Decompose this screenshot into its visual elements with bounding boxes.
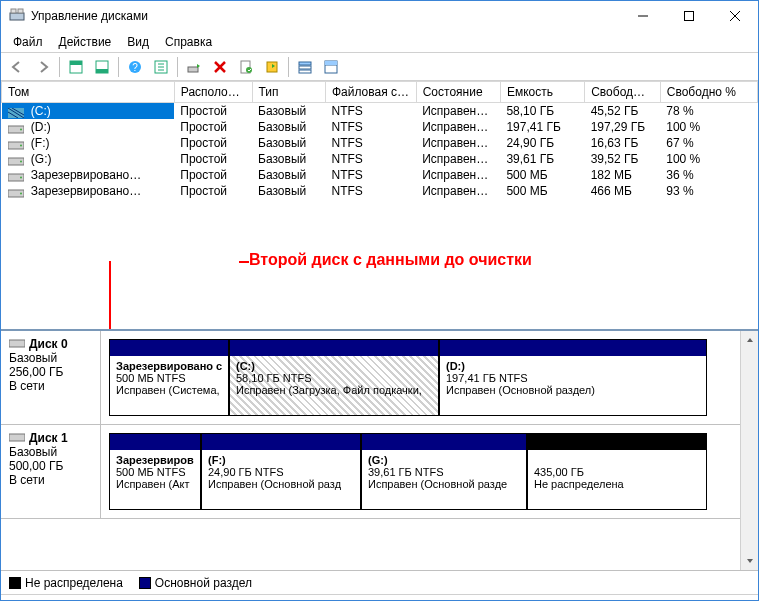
svg-rect-24 bbox=[299, 66, 311, 69]
table-row[interactable]: (G:)ПростойБазовыйNTFSИсправен…39,61 ГБ3… bbox=[2, 151, 758, 167]
cell: (C:) bbox=[2, 103, 175, 120]
maximize-button[interactable] bbox=[666, 1, 712, 31]
table-row[interactable]: (F:)ПростойБазовыйNTFSИсправен…24,90 ГБ1… bbox=[2, 135, 758, 151]
svg-point-42 bbox=[20, 192, 22, 194]
scroll-down-icon[interactable] bbox=[741, 552, 758, 570]
close-button[interactable] bbox=[712, 1, 758, 31]
cell: Простой bbox=[174, 135, 252, 151]
disk-info[interactable]: Диск 1Базовый500,00 ГБВ сети bbox=[1, 425, 101, 518]
partition-primary[interactable]: Зарезервировано с500 МБ NTFSИсправен (Си… bbox=[109, 339, 229, 416]
cell: (G:) bbox=[2, 151, 175, 167]
cell: Простой bbox=[174, 103, 252, 120]
partition-body: 435,00 ГБНе распределена bbox=[528, 450, 706, 509]
svg-point-38 bbox=[20, 160, 22, 162]
column-header[interactable]: Состояние bbox=[416, 82, 500, 103]
cell: NTFS bbox=[325, 103, 416, 120]
table-row[interactable]: (D:)ПростойБазовыйNTFSИсправен…197,41 ГБ… bbox=[2, 119, 758, 135]
partition-header bbox=[362, 434, 526, 450]
column-header[interactable]: Том bbox=[2, 82, 175, 103]
volume-icon bbox=[8, 123, 24, 133]
cell: 24,90 ГБ bbox=[500, 135, 584, 151]
column-header[interactable]: Файловая с… bbox=[325, 82, 416, 103]
disk-row: Диск 0Базовый256,00 ГБВ сетиЗарезервиров… bbox=[1, 331, 740, 425]
cell: Простой bbox=[174, 167, 252, 183]
cell: 16,63 ГБ bbox=[585, 135, 661, 151]
svg-rect-10 bbox=[96, 69, 108, 73]
cell: 78 % bbox=[660, 103, 757, 120]
cell: Базовый bbox=[252, 119, 325, 135]
svg-text:?: ? bbox=[132, 62, 138, 73]
volume-icon bbox=[8, 187, 24, 197]
scroll-up-icon[interactable] bbox=[741, 331, 758, 349]
cell: Исправен… bbox=[416, 135, 500, 151]
column-header[interactable]: Свободно % bbox=[660, 82, 757, 103]
details-view-button[interactable] bbox=[319, 55, 343, 79]
cell: Простой bbox=[174, 151, 252, 167]
separator bbox=[118, 57, 119, 77]
cell: 67 % bbox=[660, 135, 757, 151]
column-header[interactable]: Располо… bbox=[174, 82, 252, 103]
cell: NTFS bbox=[325, 183, 416, 199]
svg-rect-44 bbox=[9, 434, 25, 441]
separator bbox=[59, 57, 60, 77]
partition-header bbox=[528, 434, 706, 450]
annotation-line bbox=[239, 261, 249, 263]
view-bottom-button[interactable] bbox=[90, 55, 114, 79]
menu-action[interactable]: Действие bbox=[51, 33, 120, 51]
partitions: Зарезервиров500 МБ NTFSИсправен (Акт(F:)… bbox=[101, 425, 740, 518]
svg-rect-17 bbox=[188, 67, 198, 72]
forward-button[interactable] bbox=[31, 55, 55, 79]
cell: Базовый bbox=[252, 183, 325, 199]
separator bbox=[177, 57, 178, 77]
settings-button[interactable] bbox=[149, 55, 173, 79]
annotation: Второй диск с данными до очистки bbox=[109, 251, 639, 311]
delete-button[interactable] bbox=[208, 55, 232, 79]
table-row[interactable]: Зарезервировано…ПростойБазовыйNTFSИсправ… bbox=[2, 167, 758, 183]
back-button[interactable] bbox=[5, 55, 29, 79]
column-header[interactable]: Емкость bbox=[500, 82, 584, 103]
separator bbox=[288, 57, 289, 77]
partition-body: (C:)58,10 ГБ NTFSИсправен (Загрузка, Фай… bbox=[230, 356, 438, 415]
help-button[interactable]: ? bbox=[123, 55, 147, 79]
volume-icon bbox=[8, 139, 24, 149]
window: Управление дисками Файл Действие Вид Спр… bbox=[0, 0, 759, 601]
cell: 100 % bbox=[660, 119, 757, 135]
disk-info[interactable]: Диск 0Базовый256,00 ГБВ сети bbox=[1, 331, 101, 424]
cell: Базовый bbox=[252, 151, 325, 167]
partition-primary[interactable]: (F:)24,90 ГБ NTFSИсправен (Основной разд bbox=[201, 433, 361, 510]
cell: Исправен… bbox=[416, 119, 500, 135]
legend: Не распределена Основной раздел bbox=[1, 570, 758, 594]
table-row[interactable]: Зарезервировано…ПростойБазовыйNTFSИсправ… bbox=[2, 183, 758, 199]
action-button[interactable] bbox=[260, 55, 284, 79]
column-header[interactable]: Свобод… bbox=[585, 82, 661, 103]
cell: Простой bbox=[174, 119, 252, 135]
partition-unallocated[interactable]: 435,00 ГБНе распределена bbox=[527, 433, 707, 510]
partition-header bbox=[110, 434, 200, 450]
cell: (F:) bbox=[2, 135, 175, 151]
svg-rect-2 bbox=[18, 9, 23, 13]
app-icon bbox=[9, 8, 25, 24]
partition-primary[interactable]: (D:)197,41 ГБ NTFSИсправен (Основной раз… bbox=[439, 339, 707, 416]
cell: NTFS bbox=[325, 167, 416, 183]
menu-file[interactable]: Файл bbox=[5, 33, 51, 51]
svg-rect-28 bbox=[325, 61, 337, 65]
scrollbar[interactable] bbox=[740, 331, 758, 570]
view-top-button[interactable] bbox=[64, 55, 88, 79]
menu-view[interactable]: Вид bbox=[119, 33, 157, 51]
disk-row: Диск 1Базовый500,00 ГБВ сетиЗарезервиров… bbox=[1, 425, 740, 519]
partition-primary[interactable]: (C:)58,10 ГБ NTFSИсправен (Загрузка, Фай… bbox=[229, 339, 439, 416]
minimize-button[interactable] bbox=[620, 1, 666, 31]
table-row[interactable]: (C:)ПростойБазовыйNTFSИсправен…58,10 ГБ4… bbox=[2, 103, 758, 120]
properties-button[interactable] bbox=[234, 55, 258, 79]
disk-icon bbox=[9, 337, 25, 347]
list-view-button[interactable] bbox=[293, 55, 317, 79]
partition-primary[interactable]: Зарезервиров500 МБ NTFSИсправен (Акт bbox=[109, 433, 201, 510]
column-header[interactable]: Тип bbox=[252, 82, 325, 103]
svg-point-21 bbox=[246, 67, 252, 73]
volume-table[interactable]: ТомРасполо…ТипФайловая с…СостояниеЕмкост… bbox=[1, 81, 758, 199]
menu-help[interactable]: Справка bbox=[157, 33, 220, 51]
titlebar: Управление дисками bbox=[1, 1, 758, 31]
refresh-drives-button[interactable] bbox=[182, 55, 206, 79]
cell: Базовый bbox=[252, 135, 325, 151]
partition-primary[interactable]: (G:)39,61 ГБ NTFSИсправен (Основной разд… bbox=[361, 433, 527, 510]
